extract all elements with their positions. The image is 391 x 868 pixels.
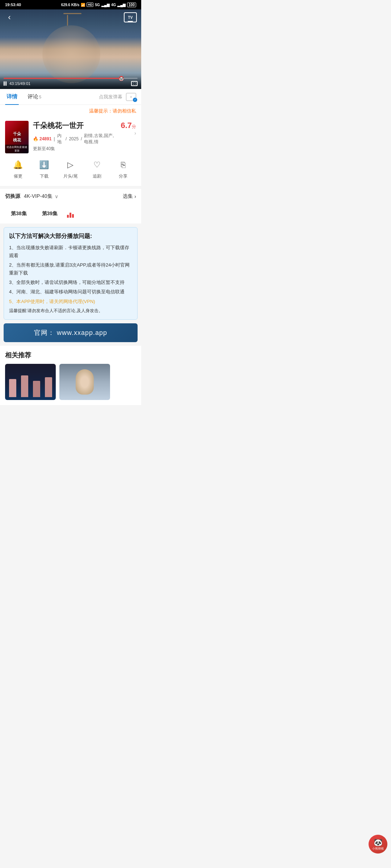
- episode-38[interactable]: 第38集: [5, 208, 33, 220]
- source-row: 切换源 4K-VIP-40集 ∨ 选集 ›: [0, 189, 141, 204]
- chart-icon[interactable]: [67, 210, 74, 218]
- download-icon: ⬇️: [38, 158, 51, 171]
- signal-icon2: ▂▄▆: [117, 3, 126, 7]
- chart-bar-2: [70, 213, 71, 218]
- heart-icon: ♡: [91, 158, 104, 171]
- recommend-title: 相关推荐: [5, 351, 136, 359]
- danmu-hint[interactable]: 点我发弹幕: [99, 94, 122, 100]
- network-4g: 4G: [111, 3, 116, 7]
- progress-bar[interactable]: [4, 78, 138, 79]
- movie-meta-hot: 🔥 24891 | 内地 / 2025 / 剧情,古装,国产,电视,情: [33, 133, 116, 145]
- poster-vip-label: 优选全网热度 极速更新: [5, 145, 29, 153]
- switch-source-label: 切换源: [5, 193, 20, 200]
- source-selector[interactable]: 4K-VIP-40集 ∨: [24, 193, 58, 200]
- chevron-down-icon: ∨: [55, 193, 58, 199]
- share-button[interactable]: ⎘ 分享: [117, 158, 130, 179]
- rec-thumb-2: [59, 364, 110, 400]
- pause-bar-1: [4, 81, 5, 86]
- progress-thumb[interactable]: [119, 76, 124, 81]
- pause-button[interactable]: [4, 81, 7, 86]
- hot-badge: 🔥 24891: [33, 136, 51, 141]
- rec-thumb-1: [5, 364, 56, 400]
- recommend-card-1[interactable]: [5, 364, 56, 400]
- tip-warning: 温馨提醒:请勿发布合人不适的言论,及人身攻击。: [9, 307, 132, 314]
- share-icon: ⎘: [117, 158, 130, 171]
- recommend-section: 相关推荐: [0, 346, 141, 405]
- pause-bar-2: [5, 81, 7, 86]
- notice-bar: 温馨提示：请勿相信私: [0, 105, 141, 117]
- urge-button[interactable]: 🔔 催更: [12, 158, 25, 179]
- video-player[interactable]: ‹ TV 43:15/49:01 ⛶: [0, 9, 141, 89]
- tips-list: 1、当出现播放失败请刷新．卡顿请更换线路，可下载缓存观看 2、当所有都无法播放,…: [9, 244, 132, 314]
- controls-left: 43:15/49:01: [4, 81, 30, 86]
- tabs-right: 点我发弹幕 ≡ ✓: [99, 93, 136, 101]
- video-top-controls: ‹ TV: [0, 9, 141, 25]
- skip-intro-button[interactable]: ▷ 片头/尾: [63, 158, 77, 179]
- tabs-bar: 详情 评论 5 点我发弹幕 ≡ ✓: [0, 89, 141, 105]
- tv-cast-button[interactable]: TV: [124, 12, 137, 22]
- episode-list: 第38集 第39集: [0, 204, 141, 224]
- chart-bar-3: [72, 214, 74, 218]
- episode-39[interactable]: 第39集: [36, 208, 64, 220]
- website-text: 官网： www.xxapp.app: [34, 329, 107, 336]
- network-5g: 5G: [95, 3, 100, 7]
- movie-title: 千朵桃花一世开: [33, 121, 116, 131]
- tips-title: 以下方法可解决大部分播放问题:: [9, 233, 132, 240]
- chevron-right-icon: ›: [134, 193, 136, 199]
- score-arrow-icon: ›: [134, 130, 136, 136]
- hd-badge: HD: [87, 3, 93, 7]
- ep-selector[interactable]: 选集 ›: [123, 193, 136, 200]
- recommend-card-2[interactable]: [59, 364, 110, 400]
- follow-button[interactable]: ♡ 追剧: [91, 158, 104, 179]
- signal-icon: ▂▄▆: [101, 3, 110, 7]
- movie-poster[interactable]: 千朵 桃花 优选全网热度 极速更新: [5, 121, 29, 153]
- tab-detail[interactable]: 详情: [5, 89, 19, 105]
- tip-4: 4、河南、湖北、福建等移动网络问题可切换至电信联通: [9, 288, 132, 296]
- movie-header: 千朵 桃花 优选全网热度 极速更新 千朵桃花一世开 🔥 24891 | 内地 /…: [5, 121, 136, 153]
- recommend-grid: [5, 364, 136, 400]
- fullscreen-button[interactable]: ⛶: [131, 81, 138, 86]
- fire-icon: 🔥: [33, 136, 38, 141]
- time-display: 43:15/49:01: [9, 81, 30, 86]
- wifi-icon: 📶: [81, 3, 85, 7]
- action-buttons: 🔔 催更 ⬇️ 下载 ▷ 片头/尾 ♡ 追剧 ⎘ 分享: [5, 153, 136, 181]
- tip-1: 1、当出现播放失败请刷新．卡顿请更换线路，可下载缓存观看: [9, 244, 132, 260]
- time-display: 19:53:40: [5, 3, 21, 7]
- status-bar: 19:53:40 629.6 KB/s 📶 HD 5G ▂▄▆ 4G ▂▄▆ 1…: [0, 0, 141, 9]
- tab-comment[interactable]: 评论 5: [26, 89, 43, 105]
- website-banner[interactable]: 官网： www.xxapp.app: [4, 323, 138, 342]
- battery-icon: 100: [127, 3, 136, 7]
- network-speed: 629.6 KB/s: [61, 3, 80, 7]
- chart-bar-1: [67, 215, 69, 218]
- danmu-check-icon: ✓: [133, 98, 137, 102]
- comment-count: 5: [39, 95, 41, 99]
- bell-icon: 🔔: [12, 158, 25, 171]
- download-button[interactable]: ⬇️ 下载: [38, 158, 51, 179]
- tip-5-highlight: 5、本APP使用时，请关闭网络代理(VPN): [9, 298, 132, 306]
- danmu-toggle[interactable]: ≡ ✓: [126, 93, 136, 101]
- movie-score[interactable]: 6.7分 ›: [121, 121, 136, 136]
- tip-3: 3、全部失败时，请尝试切换网络，可能分地区暂不支持: [9, 278, 132, 286]
- movie-meta-ep: 更新至40集: [33, 146, 116, 152]
- score-display: 6.7分: [121, 121, 136, 130]
- tips-box: 以下方法可解决大部分播放问题: 1、当出现播放失败请刷新．卡顿请更换线路，可下载…: [4, 227, 138, 320]
- tip-2: 2、当所有都无法播放,请重启3次APP,或者等待24小时官网重新下载: [9, 261, 132, 277]
- video-controls: 43:15/49:01 ⛶: [0, 76, 141, 89]
- movie-details: 千朵桃花一世开 🔥 24891 | 内地 / 2025 / 剧情,古装,国产,电…: [33, 121, 116, 152]
- status-right: 629.6 KB/s 📶 HD 5G ▂▄▆ 4G ▂▄▆ 100: [61, 3, 136, 7]
- source-name: 4K-VIP-40集: [24, 193, 52, 200]
- back-button[interactable]: ‹: [4, 12, 14, 22]
- controls-row: 43:15/49:01 ⛶: [4, 81, 138, 86]
- progress-fill: [4, 78, 122, 79]
- skip-icon: ▷: [64, 158, 77, 171]
- movie-info: 千朵 桃花 优选全网热度 极速更新 千朵桃花一世开 🔥 24891 | 内地 /…: [0, 117, 141, 186]
